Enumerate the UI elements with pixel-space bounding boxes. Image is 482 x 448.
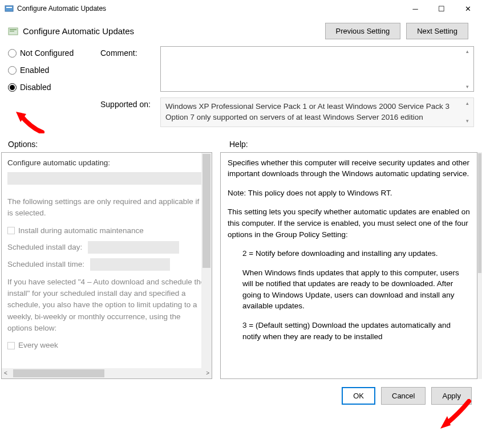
- updating-dropdown[interactable]: [7, 172, 206, 185]
- comment-spinner[interactable]: ▴▾: [466, 48, 472, 89]
- supported-text: Windows XP Professional Service Pack 1 o…: [160, 97, 474, 127]
- app-icon: [5, 4, 14, 13]
- options-label: Options:: [8, 140, 219, 149]
- radio-enabled[interactable]: Enabled: [8, 66, 94, 75]
- supported-value: Windows XP Professional Service Pack 1 o…: [165, 102, 449, 121]
- window-title: Configure Automatic Updates: [17, 5, 402, 13]
- options-horizontal-scrollbar[interactable]: <>: [2, 368, 212, 378]
- help-p5: When Windows finds updates that apply to…: [228, 267, 470, 312]
- help-label: Help:: [219, 140, 474, 149]
- help-p6: 3 = (Default setting) Download the updat…: [228, 320, 470, 342]
- previous-setting-button[interactable]: Previous Setting: [325, 23, 401, 39]
- radio-disabled-input[interactable]: [8, 83, 17, 92]
- limit-text: If you have selected "4 – Auto download …: [7, 276, 206, 334]
- sched-day-label: Scheduled install day:: [7, 242, 82, 251]
- install-maintenance-label: Install during automatic maintenance: [18, 225, 144, 237]
- help-p2: Note: This policy does not apply to Wind…: [228, 188, 470, 199]
- maximize-button[interactable]: ☐: [428, 0, 455, 17]
- config-area: Not Configured Enabled Disabled Comment:…: [0, 44, 482, 136]
- close-button[interactable]: ✕: [455, 0, 481, 17]
- radio-not-configured[interactable]: Not Configured: [8, 48, 94, 58]
- comment-textarea[interactable]: ▴▾: [160, 46, 474, 92]
- options-heading: Configure automatic updating:: [7, 157, 206, 169]
- footer: OK Cancel Apply: [0, 379, 482, 413]
- supported-field: Supported on: Windows XP Professional Se…: [100, 97, 474, 127]
- comment-label: Comment:: [100, 46, 160, 58]
- every-week-checkbox[interactable]: Every week: [7, 340, 206, 351]
- panel-labels: Options: Help:: [0, 136, 482, 152]
- radio-not-configured-input[interactable]: [8, 49, 17, 58]
- help-p4: 2 = Notify before downloading and instal…: [228, 248, 470, 259]
- sched-day-row: Scheduled install day:: [7, 241, 206, 254]
- help-panel: Specifies whether this computer will rec…: [220, 152, 477, 379]
- supported-spinner[interactable]: ▴▾: [466, 100, 472, 125]
- main-scrollbar[interactable]: [477, 152, 482, 379]
- cancel-button[interactable]: Cancel: [381, 387, 426, 405]
- options-panel: Configure automatic updating: The follow…: [1, 152, 212, 379]
- window-controls: ─ ☐ ✕: [402, 0, 481, 17]
- header: Configure Automatic Updates Previous Set…: [0, 17, 482, 44]
- options-vertical-scrollbar[interactable]: [201, 153, 212, 368]
- radio-enabled-input[interactable]: [8, 66, 17, 75]
- sched-day-dropdown[interactable]: [88, 241, 179, 254]
- radio-group: Not Configured Enabled Disabled: [8, 46, 94, 133]
- svg-rect-0: [5, 6, 13, 11]
- help-p3: This setting lets you specify whether au…: [228, 206, 470, 240]
- install-maintenance-checkbox[interactable]: Install during automatic maintenance: [7, 225, 206, 237]
- options-note: The following settings are only required…: [7, 196, 206, 219]
- sched-time-label: Scheduled install time:: [7, 259, 84, 268]
- panels: Configure automatic updating: The follow…: [0, 152, 482, 379]
- help-p1: Specifies whether this computer will rec…: [228, 157, 470, 180]
- radio-enabled-label: Enabled: [20, 66, 49, 75]
- titlebar: Configure Automatic Updates ─ ☐ ✕: [0, 0, 482, 17]
- svg-rect-4: [10, 31, 14, 32]
- setting-icon: [8, 26, 18, 36]
- checkbox-icon: [7, 342, 15, 349]
- next-setting-button[interactable]: Next Setting: [406, 23, 468, 39]
- sched-time-dropdown[interactable]: [90, 258, 170, 271]
- minimize-button[interactable]: ─: [402, 0, 428, 17]
- setting-title: Configure Automatic Updates: [23, 26, 325, 36]
- svg-rect-1: [6, 7, 12, 8]
- every-week-label: Every week: [18, 340, 58, 351]
- comment-field: Comment: ▴▾: [100, 46, 474, 92]
- checkbox-icon: [7, 227, 15, 234]
- supported-label: Supported on:: [100, 97, 160, 109]
- radio-disabled[interactable]: Disabled: [8, 83, 94, 92]
- apply-button[interactable]: Apply: [431, 387, 472, 405]
- svg-rect-3: [10, 29, 17, 30]
- radio-not-configured-label: Not Configured: [20, 48, 74, 58]
- ok-button[interactable]: OK: [342, 387, 375, 405]
- radio-disabled-label: Disabled: [20, 83, 51, 92]
- sched-time-row: Scheduled install time:: [7, 258, 206, 271]
